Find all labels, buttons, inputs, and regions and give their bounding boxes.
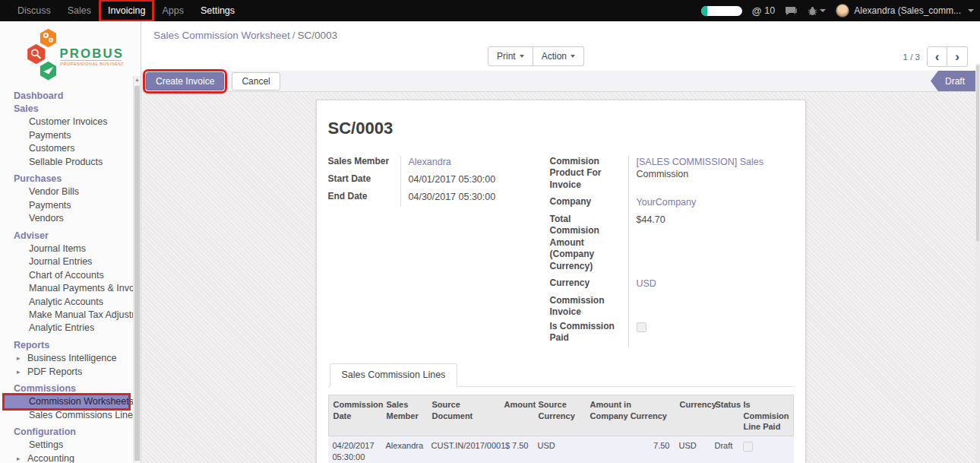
sidebar-item-analytic-accounts[interactable]: Analytic Accounts xyxy=(0,295,141,308)
sidebar-item-commission-worksheets[interactable]: Commission Worksheets xyxy=(5,395,128,408)
col-amount[interactable]: Amount xyxy=(500,395,534,436)
commission-invoice-label: Commission Invoice xyxy=(550,294,628,319)
sidebar-item-vendor-bills[interactable]: Vendor Bills xyxy=(0,186,141,198)
status-badge-draft: Draft xyxy=(931,71,975,91)
commission-product-value: [SALES COMMISSION] Sales Commission xyxy=(628,155,794,192)
cell-status: Draft xyxy=(710,436,738,463)
col-amount-company-currency[interactable]: Amount in Company Currency xyxy=(586,395,675,436)
sidebar-section-purchases[interactable]: Purchases xyxy=(0,172,141,185)
end-date-label: End Date xyxy=(328,190,400,204)
control-panel: Sales Commission Worksheet/SC/0003 Print… xyxy=(141,21,980,71)
sidebar-section-adviser[interactable]: Adviser xyxy=(0,229,141,242)
action-button[interactable]: Action xyxy=(533,46,584,66)
sales-member-value[interactable]: Alexandra xyxy=(400,155,550,169)
nav-discuss[interactable]: Discuss xyxy=(9,0,59,21)
breadcrumb-current: SC/0003 xyxy=(298,30,338,41)
breadcrumb-parent[interactable]: Sales Commission Worksheet xyxy=(153,30,290,41)
tab-sales-commission-lines[interactable]: Sales Commission Lines xyxy=(330,363,458,387)
sidebar-item-sales-commissions-lines[interactable]: Sales Commissions Lines xyxy=(0,408,141,421)
col-currency[interactable]: Currency xyxy=(675,395,711,436)
field-group-left: Sales Member Alexandra Start Date 04/01/… xyxy=(328,155,550,208)
systray: @ 10 Alexandra (Sales_comm... xyxy=(701,4,974,17)
col-commission-date[interactable]: Commission Date xyxy=(329,395,382,436)
progress-fill xyxy=(701,6,707,16)
is-commission-paid-checkbox[interactable] xyxy=(637,322,646,332)
page-scrollbar[interactable] xyxy=(975,64,980,463)
sidebar-item-vendors[interactable]: Vendors xyxy=(0,212,141,225)
debug-menu[interactable] xyxy=(808,6,826,16)
total-commission-label: Total Commision Amount (Company Currency… xyxy=(550,213,628,273)
sidebar-item-dashboard[interactable]: Dashboard xyxy=(0,89,141,102)
company-value[interactable]: YourCompany xyxy=(628,195,794,209)
field-group-right: Commision Product For Invoice [SALES COM… xyxy=(550,155,794,348)
user-menu[interactable]: Alexandra (Sales_comm... xyxy=(836,4,974,17)
sidebar-section-commissions[interactable]: Commissions xyxy=(0,382,141,395)
is-commission-paid-value xyxy=(628,320,794,345)
sales-member-label: Sales Member xyxy=(328,155,400,169)
messages-icon[interactable] xyxy=(785,6,798,16)
cell-amount: $ 7.50 xyxy=(499,436,533,463)
notebook: Sales Commission Lines Commission Date S… xyxy=(328,363,794,463)
statusbar: Create Invoice Cancel Draft xyxy=(141,71,980,92)
col-is-commission-line-paid[interactable]: Is Commision Line Paid xyxy=(739,395,795,436)
main-menu: Discuss Sales Invoicing Apps Settings xyxy=(9,0,243,21)
currency-value[interactable]: USD xyxy=(628,277,794,290)
record-title: SC/0003 xyxy=(328,119,794,138)
nav-settings[interactable]: Settings xyxy=(192,0,243,21)
control-panel-row: Print Action 1 / 3 ‹ › xyxy=(153,46,969,67)
scroll-up-icon[interactable]: ▲ xyxy=(134,77,141,82)
sidebar-item-chart-of-accounts[interactable]: Chart of Accounts xyxy=(0,268,141,281)
scrollbar-thumb[interactable] xyxy=(976,65,979,241)
sidebar-item-accounting[interactable]: ▸Accounting xyxy=(0,452,141,463)
create-invoice-button[interactable]: Create Invoice xyxy=(146,72,224,90)
sidebar-item-tax-adjustments[interactable]: Make Manual Tax Adjustme... xyxy=(0,308,141,321)
screen: Discuss Sales Invoicing Apps Settings @ … xyxy=(0,0,980,463)
sidebar-item-journal-entries[interactable]: Journal Entries xyxy=(0,255,141,268)
cell-date: 04/20/2017 05:30:00 xyxy=(328,436,381,463)
sidebar-menu: Dashboard Sales Customer Invoices Paymen… xyxy=(0,89,141,463)
line-paid-checkbox[interactable] xyxy=(743,442,753,452)
pager: 1 / 3 ‹ › xyxy=(903,46,968,67)
scrollbar-thumb[interactable] xyxy=(134,86,140,461)
pager-value[interactable]: 1 / 3 xyxy=(903,52,920,62)
col-status[interactable]: Status xyxy=(711,395,739,436)
sidebar-item-customers[interactable]: Customers xyxy=(0,142,141,155)
sidebar-scrollbar[interactable]: ▲ xyxy=(133,76,141,463)
pager-previous-button[interactable]: ‹ xyxy=(927,46,947,67)
col-source-document[interactable]: Source Document xyxy=(428,395,500,436)
sidebar-item-settings[interactable]: Settings xyxy=(0,439,141,452)
bug-icon xyxy=(808,6,817,16)
nav-invoicing[interactable]: Invoicing xyxy=(100,0,153,21)
timer-progress-pill[interactable] xyxy=(701,6,742,16)
nav-sales[interactable]: Sales xyxy=(59,0,100,21)
form-sheet: SC/0003 Sales Member Alexandra Start Dat… xyxy=(316,100,806,463)
sidebar: PROBUSE PROFESSIONAL BUSINESS Dashboard … xyxy=(0,21,141,463)
sidebar-section-configuration[interactable]: Configuration xyxy=(0,425,141,438)
activity-counter[interactable]: @ 10 xyxy=(752,5,776,17)
sidebar-section-sales[interactable]: Sales xyxy=(0,102,141,115)
sidebar-item-analytic-entries[interactable]: Analytic Entries xyxy=(0,322,141,335)
sidebar-item-business-intelligence[interactable]: ▸Business Intelligence xyxy=(0,351,141,364)
table-row[interactable]: 04/20/2017 05:30:00 Alexandra CUST.IN/20… xyxy=(328,436,794,463)
pager-next-button[interactable]: › xyxy=(947,46,968,67)
main-content: Sales Commission Worksheet/SC/0003 Print… xyxy=(141,21,980,463)
col-source-currency[interactable]: Source Currency xyxy=(534,395,586,436)
sidebar-section-reports[interactable]: Reports xyxy=(0,338,141,351)
commission-product-link[interactable]: [SALES COMMISSION] Sales xyxy=(637,157,763,167)
sidebar-item-payments[interactable]: Payments xyxy=(0,128,141,141)
end-date-value: 04/30/2017 05:30:00 xyxy=(400,190,550,204)
sidebar-item-payments-purchase[interactable]: Payments xyxy=(0,198,141,211)
sidebar-item-customer-invoices[interactable]: Customer Invoices xyxy=(0,116,141,128)
nav-apps[interactable]: Apps xyxy=(153,0,192,21)
total-commission-value: $44.70 xyxy=(628,213,794,273)
sidebar-item-pdf-reports[interactable]: ▸PDF Reports xyxy=(0,365,141,378)
chevron-down-icon xyxy=(968,9,974,12)
sidebar-item-manual-payments[interactable]: Manual Payments & Invoice... xyxy=(0,281,141,294)
expand-icon: ▸ xyxy=(17,354,27,362)
print-button[interactable]: Print xyxy=(488,46,533,66)
sidebar-item-sellable-products[interactable]: Sellable Products xyxy=(0,155,141,168)
col-sales-member[interactable]: Sales Member xyxy=(382,395,428,436)
cancel-button[interactable]: Cancel xyxy=(232,72,280,90)
table-header: Commission Date Sales Member Source Docu… xyxy=(328,395,794,436)
sidebar-item-journal-items[interactable]: Journal Items xyxy=(0,242,141,255)
